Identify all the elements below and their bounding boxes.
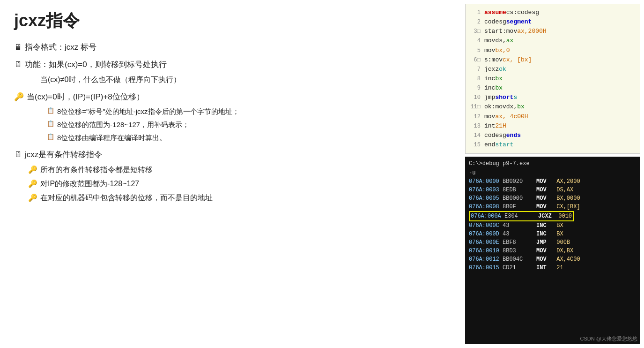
debug-header: C:\>debug p9-7.exe [469, 159, 637, 168]
code-line: 13 int 21H [470, 121, 635, 131]
line-number: 11□ [470, 103, 481, 112]
key-icon-3: 🔑 [28, 178, 37, 190]
code-token: bx [495, 74, 503, 83]
code-token: ax [506, 36, 514, 45]
code-line: 3□start: mov ax,2000H [470, 27, 635, 36]
debug-row: 076A:000D 43 INC BX [469, 230, 637, 238]
code-line: 5 mov bx,0 [470, 46, 635, 55]
code-line: 14codesg ends [470, 131, 635, 140]
code-token: short [495, 93, 513, 102]
doc-icon-1: 📋 [47, 106, 54, 116]
code-token: ok [499, 65, 506, 74]
code-token: codesg [484, 17, 506, 27]
code-token: int [484, 121, 495, 131]
debug-row: 076A:000A E304 JCXZ 0010 [469, 211, 637, 221]
line-number: 2 [470, 18, 481, 27]
code-token: segment [506, 17, 532, 27]
code-token: cx, [bx] [503, 55, 532, 65]
sub-item-cx-nonzero: 当(cx)≠0时，什么也不做（程序向下执行） [28, 74, 447, 86]
code-line: 4 mov ds, ax [470, 36, 635, 45]
debug-row: 076A:000E EBF8 JMP 000B [469, 238, 637, 247]
code-line: 2codesg segment [470, 17, 635, 27]
section-cond: 🖥 jcxz是有条件转移指令 🔑 所有的有条件转移指令都是短转移 🔑 对IP的修… [14, 148, 447, 204]
code-token: codesg [484, 131, 506, 140]
code-token: bx,0 [495, 46, 510, 55]
code-line: 10 jmp short s [470, 93, 635, 102]
monitor-icon-3: 🖥 [14, 148, 22, 161]
monitor-icon-2: 🖥 [14, 58, 22, 71]
code-token: mov [484, 46, 495, 55]
key-icon: 🔑 [14, 91, 24, 103]
line-number: 3□ [470, 27, 481, 36]
debug-row: 076A:0003 8EDB MOV DS,AX [469, 186, 637, 194]
code-token: mov [484, 36, 495, 45]
sub-item-offset-addr: 🔑 在对应的机器码中包含转移的位移，而不是目的地址 [28, 192, 447, 204]
code-token: ends [506, 131, 521, 140]
code-line: 12 mov ax, 4c00H [470, 112, 635, 121]
debug-row: 076A:0005 BB0000 MOV BX,0000 [469, 194, 637, 203]
sub-item-offset-2: 📋 8位位移的范围为-128~127，用补码表示； [47, 119, 447, 130]
sub-item-ip-range: 🔑 对IP的修改范围都为-128~127 [28, 178, 447, 190]
code-token: ax, 4c00H [495, 112, 528, 121]
line-number: 13 [470, 122, 481, 131]
doc-icon-2: 📋 [47, 119, 54, 129]
line-number: 5 [470, 46, 481, 55]
debug-row: 076A:0012 BB004C MOV AX,4C00 [469, 255, 637, 264]
section-format: 🖥 指令格式：jcxz 标号 [14, 41, 447, 53]
line-number: 1 [470, 8, 481, 17]
code-token: s [513, 93, 517, 102]
code-box: 1assume cs:codesg2codesg segment3□start:… [465, 4, 640, 154]
code-token: ds, [495, 36, 506, 45]
code-token: jmp [484, 93, 495, 102]
watermark: CSDN @大佬您爱您悠悠 [580, 335, 637, 343]
line-number: 12 [470, 113, 481, 121]
debug-cmd: -u [469, 169, 637, 177]
key-icon-4: 🔑 [28, 192, 37, 204]
sub-item-offset-1: 📋 8位位移="标号"处的地址-jcxz指令后的第一个字节的地址； [47, 106, 447, 117]
line-number: 8 [470, 75, 481, 83]
doc-icon-3: 📋 [47, 132, 54, 142]
code-token: mov [506, 27, 517, 36]
line-number: 7 [470, 65, 481, 74]
code-token: ok: [484, 102, 495, 112]
debug-row: 076A:0000 BB0020 MOV AX,2000 [469, 177, 637, 186]
code-token: jcxz [484, 65, 499, 74]
code-line: 11□ ok: mov dx, bx [470, 102, 635, 112]
code-line: 6□ s: mov cx, [bx] [470, 55, 635, 65]
code-token: inc [484, 74, 495, 83]
key-icon-2: 🔑 [28, 164, 37, 176]
line-number: 10 [470, 93, 481, 102]
line-number: 9 [470, 84, 481, 93]
code-token: mov [492, 55, 503, 65]
item-ip: 🔑 当(cx)=0时，(IP)=(IP)+8位位移） [14, 91, 447, 103]
main-content: jcxz指令 🖥 指令格式：jcxz 标号 🖥 功能：如果(cx)=0，则转移到… [0, 0, 461, 348]
code-token: dx, [506, 102, 517, 112]
debug-row: 076A:0015 CD21 INT 21 [469, 264, 637, 272]
page-title: jcxz指令 [14, 9, 447, 32]
code-token: ax,2000H [517, 27, 546, 36]
section-func: 🖥 功能：如果(cx)=0，则转移到标号处执行 当(cx)≠0时，什么也不做（程… [14, 58, 447, 86]
debug-row: 076A:0008 8B0F MOV CX,[BX] [469, 203, 637, 211]
code-line: 7 jcxz ok [470, 65, 635, 74]
code-token: start [495, 140, 513, 150]
item-format: 🖥 指令格式：jcxz 标号 [14, 41, 447, 53]
code-line: 8 inc bx [470, 74, 635, 83]
code-token: 21H [495, 121, 506, 131]
sub-item-short: 🔑 所有的有条件转移指令都是短转移 [28, 164, 447, 176]
sub-item-offset-3: 📋 8位位移由编译程序在编译时算出。 [47, 132, 447, 144]
code-line: 15end start [470, 140, 635, 150]
line-number: 4 [470, 37, 481, 45]
monitor-icon: 🖥 [14, 41, 22, 53]
debug-row: 076A:000C 43 INC BX [469, 221, 637, 230]
line-number: 6□ [470, 56, 481, 65]
code-token: assume [484, 8, 506, 17]
code-token: mov [484, 112, 495, 121]
highlight-row: 076A:000A E304 JCXZ 0010 [469, 211, 574, 221]
code-line: 1assume cs:codesg [470, 8, 635, 17]
code-token: start: [484, 27, 506, 36]
item-func: 🖥 功能：如果(cx)=0，则转移到标号处执行 [14, 58, 447, 71]
code-token: end [484, 140, 495, 150]
code-token: bx [495, 83, 503, 93]
code-token: s: [484, 55, 492, 65]
debug-box: C:\>debug p9-7.exe -u076A:0000 BB0020 MO… [465, 157, 640, 344]
